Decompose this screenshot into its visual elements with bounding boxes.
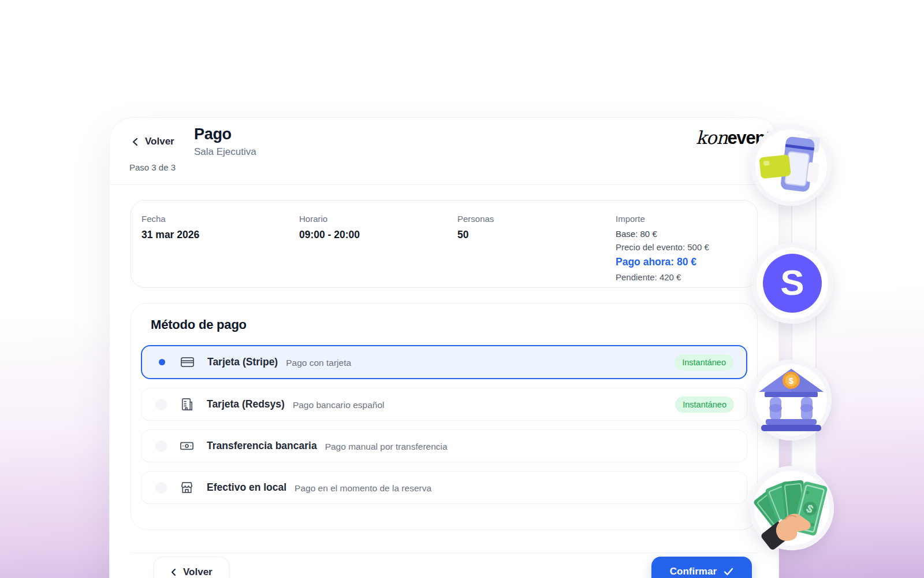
cash-hand-3d-icon: $ [750, 466, 834, 550]
summary-personas: Personas 50 [457, 214, 616, 287]
importe-pay-now: Pago ahora: 80 € [616, 256, 747, 268]
summary-label: Horario [299, 214, 457, 224]
footer-back-button[interactable]: Volver [154, 557, 229, 578]
booking-summary: Fecha 31 mar 2026 Horario 09:00 - 20:00 … [131, 200, 758, 288]
importe-event-price: Precio del evento: 500 € [616, 242, 747, 252]
summary-value: 31 mar 2026 [141, 229, 299, 241]
payment-method-option-transferencia[interactable]: Transferencia bancaria Pago manual por t… [141, 429, 747, 462]
stripe-logo-3d-icon: S [752, 243, 833, 324]
section-title: Método de pago [151, 317, 747, 332]
bank-office-icon [179, 397, 195, 412]
radio-selected[interactable] [159, 359, 165, 365]
summary-label: Personas [457, 214, 616, 224]
radio-unselected[interactable] [155, 399, 167, 410]
storefront-icon [179, 480, 195, 495]
pos-terminal-3d-icon [751, 125, 832, 206]
payment-method-option-redsys[interactable]: Tarjeta (Redsys) Pago bancario español I… [141, 388, 747, 421]
radio-unselected[interactable] [155, 482, 167, 494]
payment-panel: Volver Paso 3 de 3 Pago Sala Ejecutiva k… [110, 118, 778, 578]
confirm-label: Confirmar [670, 566, 717, 577]
footer-back-label: Volver [183, 566, 213, 578]
panel-header: Volver Paso 3 de 3 Pago Sala Ejecutiva k… [110, 118, 778, 185]
banknote-icon [179, 438, 195, 454]
confirm-button[interactable]: Confirmar [651, 557, 752, 578]
payment-method-option-efectivo[interactable]: Efectivo en local Pago en el momento de … [141, 471, 747, 504]
method-name: Transferencia bancaria [207, 440, 317, 452]
summary-importe: Importe Base: 80 € Precio del evento: 50… [616, 214, 747, 287]
summary-fecha: Fecha 31 mar 2026 [141, 214, 299, 287]
stripe-s-mark: S [763, 254, 822, 313]
page-title: Pago [194, 125, 256, 143]
check-icon [724, 568, 733, 576]
radio-unselected[interactable] [155, 440, 167, 452]
importe-pending: Pendiente: 420 € [616, 272, 747, 282]
method-description: Pago bancario español [293, 400, 385, 410]
credit-card-icon [180, 354, 195, 370]
brand-logo-kon: kon [696, 127, 727, 148]
payment-methods-section: Método de pago Tarjeta (Stripe) Pago con… [131, 303, 758, 530]
method-description: Pago en el momento de la reserva [295, 483, 431, 494]
side-icon-rail [791, 166, 817, 509]
summary-label: Importe [616, 214, 747, 224]
method-name: Tarjeta (Redsys) [207, 398, 285, 410]
chevron-left-icon [132, 138, 138, 146]
method-name: Efectivo en local [207, 481, 286, 494]
back-label: Volver [145, 136, 174, 147]
chevron-left-icon [170, 568, 176, 576]
instant-badge: Instantáneo [675, 397, 734, 413]
summary-value: 09:00 - 20:00 [299, 229, 457, 241]
page-subtitle: Sala Ejecutiva [194, 146, 256, 158]
importe-base: Base: 80 € [616, 229, 747, 239]
bank-building-3d-icon: $ [751, 360, 832, 440]
method-description: Pago con tarjeta [286, 358, 351, 368]
instant-badge: Instantáneo [675, 354, 733, 370]
summary-label: Fecha [141, 214, 299, 224]
summary-horario: Horario 09:00 - 20:00 [299, 214, 457, 287]
svg-text:$: $ [789, 376, 794, 386]
method-description: Pago manual por transferencia [325, 442, 448, 452]
payment-method-option-stripe[interactable]: Tarjeta (Stripe) Pago con tarjeta Instan… [141, 345, 747, 379]
back-link[interactable]: Volver [132, 136, 174, 147]
step-indicator: Paso 3 de 3 [129, 162, 176, 172]
summary-value: 50 [457, 229, 616, 241]
method-name: Tarjeta (Stripe) [207, 356, 278, 368]
